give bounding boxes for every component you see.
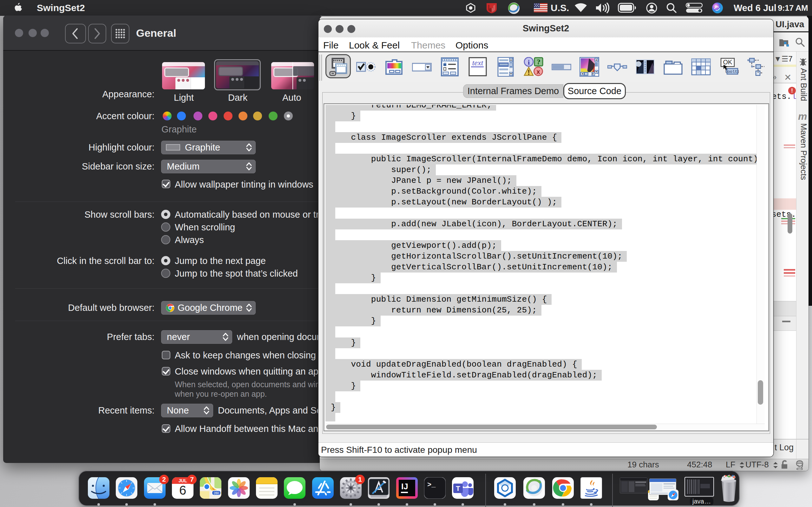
svg-text:T: T — [456, 485, 460, 493]
svg-text:280: 280 — [214, 492, 219, 495]
svg-text:?: ? — [537, 58, 541, 66]
svg-text:JUL: JUL — [179, 478, 187, 483]
svg-text:toolti: toolti — [725, 69, 739, 74]
svg-text:i: i — [528, 58, 530, 66]
svg-text:OK: OK — [723, 59, 733, 66]
svg-text:>_: >_ — [427, 481, 436, 489]
svg-text:6: 6 — [179, 483, 186, 497]
svg-text:IJ: IJ — [401, 482, 408, 491]
svg-text:text: text — [472, 59, 484, 67]
svg-text:x: x — [537, 68, 540, 75]
